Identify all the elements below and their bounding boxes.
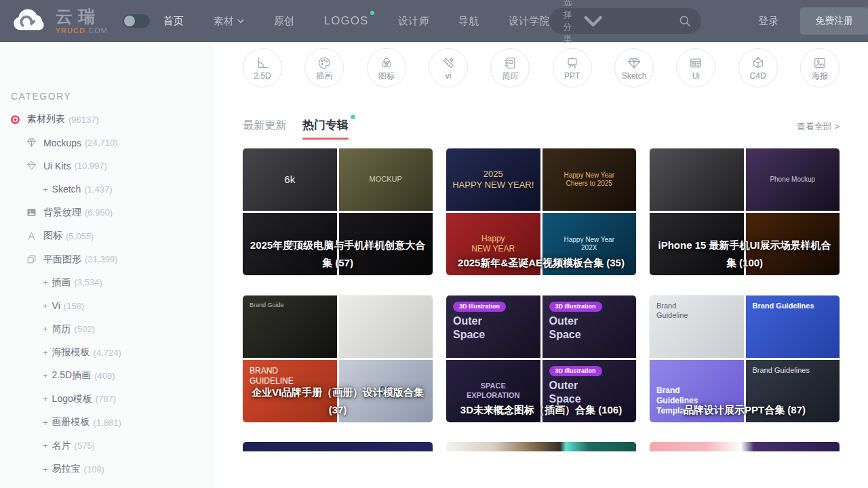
sidebar-item-画册模板[interactable]: +画册模板(1,881) bbox=[0, 411, 212, 434]
item-count: (4,724) bbox=[94, 348, 121, 358]
next-row-peek bbox=[243, 442, 840, 451]
tile-text: MOCKUP bbox=[370, 175, 402, 184]
sidebar-item-素材列表[interactable]: 素材列表(96137) bbox=[0, 108, 212, 131]
sidebar-item-mockups[interactable]: Mockups(24,710) bbox=[0, 131, 212, 154]
sidebar-item-label: Vi bbox=[52, 300, 60, 311]
top-navigation-bar: 云瑞 YRUCD.COM 首页素材原创LOGOS设计师导航设计学院 选择分类 登… bbox=[0, 0, 868, 42]
sidebar-item-易拉宝[interactable]: +易拉宝(108) bbox=[0, 458, 212, 481]
collage-tile bbox=[339, 296, 433, 358]
category-select[interactable]: 选择分类 bbox=[563, 0, 580, 45]
quick-category-vi[interactable]: vi bbox=[429, 48, 468, 87]
sidebar-item-label: Sketch bbox=[52, 184, 81, 195]
sidebar-item-label: 插画 bbox=[52, 277, 71, 289]
nav-item-original[interactable]: 原创 bbox=[274, 15, 294, 28]
sidebar-item-插画[interactable]: +插画(3,534) bbox=[0, 271, 212, 294]
quick-category-2.5d[interactable]: 2.5D bbox=[243, 48, 282, 87]
site-logo[interactable]: 云瑞 YRUCD.COM bbox=[11, 7, 108, 35]
collection-card[interactable]: Brand GuideBRAND GUIDELINE01企业VI品牌手册（画册）… bbox=[243, 296, 433, 422]
collage-tile bbox=[650, 148, 744, 211]
sidebar-item-label: Ui Kits bbox=[43, 161, 71, 171]
brand-domain: YRUCD bbox=[56, 26, 85, 35]
red-dot-icon bbox=[9, 114, 21, 125]
sidebar-item-logo模板[interactable]: +Logo模板(787) bbox=[0, 388, 212, 411]
tab-hot-collections[interactable]: 热门专辑 bbox=[302, 117, 349, 140]
new-badge-dot bbox=[370, 11, 374, 15]
quick-category-图标[interactable]: 图标 bbox=[367, 48, 406, 87]
gem-big-icon bbox=[627, 56, 642, 70]
nav-item-logos[interactable]: LOGOS bbox=[324, 14, 368, 28]
collection-card-peek[interactable] bbox=[243, 442, 433, 451]
quick-category-label: Sketch bbox=[622, 72, 647, 80]
collage-tile: Phone Mockup bbox=[746, 148, 840, 211]
quick-category-ui[interactable]: Ui bbox=[676, 48, 715, 87]
search-bar[interactable]: 选择分类 bbox=[549, 8, 701, 34]
collection-card-peek[interactable] bbox=[446, 442, 636, 451]
nav-item-home[interactable]: 首页 bbox=[163, 15, 184, 28]
collection-card[interactable]: Brand GuidelineBrand GuidelinesBrand Gui… bbox=[650, 296, 840, 422]
item-count: (1,437) bbox=[84, 184, 112, 195]
view-all-link[interactable]: 查看全部 > bbox=[797, 121, 840, 140]
sidebar-item-海报模板[interactable]: +海报模板(4,724) bbox=[0, 341, 212, 364]
plus-icon: + bbox=[43, 348, 48, 358]
tile-text: Outer Space bbox=[453, 314, 485, 342]
sidebar-item-label: Mockups bbox=[43, 138, 81, 148]
collection-card[interactable]: 3D IllustrationOuter Space3D Illustratio… bbox=[446, 296, 636, 422]
tabs-row: 最新更新 热门专辑 查看全部 > bbox=[243, 115, 840, 140]
quick-category-c4d[interactable]: C4D bbox=[738, 48, 778, 87]
collection-card[interactable]: Phone MockupiPhone 15 最新手机UI展示场景样机合集 (10… bbox=[650, 148, 840, 275]
collection-title: 2025新年&圣诞AE视频模板合集 (35) bbox=[452, 254, 631, 272]
sidebar-item-简历[interactable]: +简历(502) bbox=[0, 318, 212, 341]
sidebar-item-名片[interactable]: +名片(575) bbox=[0, 434, 212, 457]
nav-item-material[interactable]: 素材 bbox=[214, 15, 244, 28]
sidebar-item-2.5d插画[interactable]: +2.5D插画(408) bbox=[0, 364, 212, 387]
sidebar-item-label: 平面图形 bbox=[43, 253, 81, 266]
quick-category-ppt[interactable]: PPT bbox=[553, 48, 592, 87]
tile-badge: 3D Illustration bbox=[549, 302, 602, 312]
item-count: (408) bbox=[94, 371, 115, 381]
sidebar-item-label: 素材列表 bbox=[27, 113, 65, 125]
sidebar-item-label: Logo模板 bbox=[52, 393, 92, 405]
collection-title: iPhone 15 最新手机UI展示场景样机合集 (100) bbox=[655, 237, 834, 271]
tile-text: Phone Mockup bbox=[770, 176, 815, 184]
tile-text: Outer Space bbox=[549, 314, 581, 342]
collage-tile: MOCKUP bbox=[339, 148, 433, 211]
cube-icon bbox=[751, 56, 766, 70]
collage-tile: Happy New Year Cheers to 2025 bbox=[542, 148, 637, 211]
item-count: (1,881) bbox=[94, 418, 121, 428]
category-heading: CATEGORY bbox=[0, 91, 212, 102]
main-content: 2.5D插画图标vi简历PPTSketchUiC4D海报 最新更新 热门专辑 查… bbox=[212, 0, 868, 451]
login-link[interactable]: 登录 bbox=[758, 15, 778, 28]
tile-text: Brand Guidelines bbox=[753, 302, 814, 311]
brand-name: 云瑞 bbox=[56, 8, 108, 25]
sidebar-item-ui-kits[interactable]: Ui Kits(10,997) bbox=[0, 155, 212, 178]
search-icon[interactable] bbox=[678, 14, 692, 28]
sidebar-item-label: 画册模板 bbox=[52, 416, 90, 428]
quick-category-sketch[interactable]: Sketch bbox=[614, 48, 654, 87]
collection-card-peek[interactable] bbox=[650, 442, 840, 451]
nav-item-navigation[interactable]: 导航 bbox=[458, 15, 479, 28]
sidebar-item-vi[interactable]: +Vi(158) bbox=[0, 294, 212, 317]
sidebar-item-平面图形[interactable]: 平面图形(21,399) bbox=[0, 247, 212, 270]
plus-icon: + bbox=[43, 324, 48, 334]
plus-icon: + bbox=[43, 184, 48, 195]
quick-category-label: Ui bbox=[692, 72, 700, 80]
quick-category-海报[interactable]: 海报 bbox=[800, 48, 840, 87]
collection-card[interactable]: 6kMOCKUP6k162025年度顶级电脑与手机样机创意大合集 (57) bbox=[243, 148, 433, 275]
sidebar-item-图标[interactable]: 图标(5,055) bbox=[0, 224, 212, 247]
palette-icon bbox=[317, 56, 332, 70]
tile-badge: 3D Illustration bbox=[453, 302, 506, 312]
quick-category-简历[interactable]: 简历 bbox=[490, 48, 530, 87]
nav-item-academy[interactable]: 设计学院 bbox=[509, 15, 549, 28]
venn-icon bbox=[379, 56, 394, 70]
item-count: (158) bbox=[64, 301, 84, 311]
tab-latest-updates[interactable]: 最新更新 bbox=[243, 119, 286, 140]
sidebar-item-sketch[interactable]: +Sketch(1,437) bbox=[0, 178, 212, 201]
sidebar-item-背景纹理[interactable]: 背景纹理(6,950) bbox=[0, 201, 212, 224]
register-button[interactable]: 免费注册 bbox=[800, 7, 868, 35]
nav-item-designer[interactable]: 设计师 bbox=[398, 15, 429, 28]
quick-category-插画[interactable]: 插画 bbox=[304, 48, 344, 87]
sidebar-item-label: 名片 bbox=[52, 440, 71, 452]
theme-toggle[interactable] bbox=[123, 14, 150, 28]
collection-card[interactable]: 2025 HAPPY NEW YEAR!Happy New Year Cheer… bbox=[446, 148, 636, 275]
tile-text: Happy NEW YEAR bbox=[471, 234, 515, 254]
